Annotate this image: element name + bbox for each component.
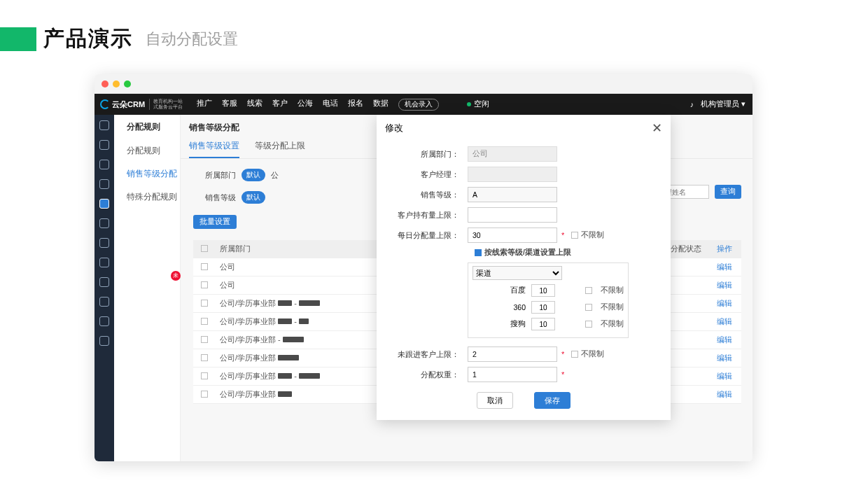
hold-label: 客户持有量上限： bbox=[377, 210, 468, 220]
status-label: 空闲 bbox=[474, 99, 489, 109]
cancel-button[interactable]: 取消 bbox=[477, 392, 513, 409]
level-label: 销售等级： bbox=[377, 190, 468, 200]
sidebar: 分配规则 分配规则 销售等级分配 特殊分配规则 bbox=[114, 115, 181, 461]
top-nav: 云朵CRM 教育机构一站式服务云平台 推广 客服 线索 客户 公海 电话 报名 … bbox=[94, 94, 752, 115]
nofollow-label: 未跟进客户上限： bbox=[377, 349, 468, 360]
required-icon: * bbox=[561, 370, 564, 379]
level-select[interactable]: A bbox=[468, 187, 557, 202]
save-button[interactable]: 保存 bbox=[534, 392, 570, 409]
brand-name: 云朵CRM bbox=[112, 99, 145, 110]
nav-item[interactable]: 客服 bbox=[222, 99, 237, 111]
channel-type-select[interactable]: 渠道 bbox=[472, 266, 562, 280]
nav-item[interactable]: 数据 bbox=[373, 99, 388, 111]
nav-items: 推广 客服 线索 客户 公海 电话 报名 数据 机会录入 bbox=[197, 99, 439, 111]
channel-name: 360 bbox=[472, 303, 526, 312]
daily-input[interactable] bbox=[468, 227, 557, 243]
nofollow-unlimited-label: 不限制 bbox=[581, 349, 604, 359]
minimize-icon[interactable] bbox=[113, 80, 120, 88]
weight-input[interactable] bbox=[468, 367, 557, 382]
brand-sub: 教育机构一站式服务云平台 bbox=[149, 99, 183, 109]
message-icon[interactable] bbox=[99, 336, 109, 346]
channel-box: 渠道 百度不限制 360不限制 搜狗不限制 bbox=[468, 262, 629, 338]
browser-chrome bbox=[94, 74, 752, 94]
channel-unlimited-checkbox[interactable] bbox=[585, 321, 592, 328]
daily-unlimited-label: 不限制 bbox=[581, 230, 604, 240]
content: 未 销售等级分配 销售等级设置 等级分配上限 所属部门 默认 公 销售等级 默认… bbox=[181, 115, 752, 461]
phone-icon[interactable] bbox=[99, 297, 109, 307]
browser-window: 云朵CRM 教育机构一站式服务云平台 推广 客服 线索 客户 公海 电话 报名 … bbox=[94, 74, 752, 461]
sidebar-head: 分配规则 bbox=[114, 115, 180, 139]
nofollow-unlimited-checkbox[interactable] bbox=[571, 351, 578, 358]
edit-modal: 修改 ✕ 所属部门： 客户经理： 销售等级：A 客户持有量上限： 每日分配量上限… bbox=[377, 115, 671, 420]
user-icon[interactable] bbox=[99, 179, 109, 189]
dept-input bbox=[468, 146, 557, 162]
accent-block bbox=[0, 27, 36, 51]
daily-label: 每日分配量上限： bbox=[377, 230, 468, 241]
slide-subtitle: 自动分配设置 bbox=[146, 29, 238, 50]
logo[interactable]: 云朵CRM 教育机构一站式服务云平台 bbox=[100, 99, 183, 109]
sidebar-item-special[interactable]: 特殊分配规则 bbox=[114, 186, 180, 209]
by-channel-checkbox[interactable] bbox=[475, 249, 482, 256]
logo-icon bbox=[100, 99, 110, 109]
modal-overlay: 修改 ✕ 所属部门： 客户经理： 销售等级：A 客户持有量上限： 每日分配量上限… bbox=[181, 115, 752, 461]
channel-unlimited-checkbox[interactable] bbox=[585, 304, 592, 311]
nav-item[interactable]: 报名 bbox=[348, 99, 363, 111]
tag-icon[interactable] bbox=[99, 316, 109, 326]
slide-title: 产品演示 bbox=[43, 24, 133, 53]
nav-item[interactable]: 电话 bbox=[323, 99, 338, 111]
channel-value-input[interactable] bbox=[531, 284, 555, 297]
settings-icon[interactable] bbox=[99, 199, 109, 209]
close-icon[interactable] bbox=[102, 80, 108, 88]
channel-value-input[interactable] bbox=[531, 301, 555, 314]
opportunity-entry-button[interactable]: 机会录入 bbox=[398, 99, 439, 111]
sidebar-item-rules[interactable]: 分配规则 bbox=[114, 139, 180, 162]
close-icon[interactable]: ✕ bbox=[652, 120, 662, 136]
dashboard-icon[interactable] bbox=[99, 120, 109, 130]
required-icon: * bbox=[561, 231, 564, 239]
dept-label: 所属部门： bbox=[377, 149, 468, 160]
channel-name: 搜狗 bbox=[472, 319, 526, 329]
shield-icon[interactable] bbox=[99, 140, 109, 150]
nav-item[interactable]: 线索 bbox=[247, 99, 262, 111]
user-menu[interactable]: 机构管理员 ▾ bbox=[701, 99, 746, 109]
channel-unlimited-checkbox[interactable] bbox=[585, 287, 592, 294]
doc-icon[interactable] bbox=[99, 277, 109, 287]
nav-item[interactable]: 公海 bbox=[298, 99, 313, 111]
manager-input bbox=[468, 167, 557, 182]
weight-label: 分配权重： bbox=[377, 370, 468, 380]
badge-icon: 未 bbox=[171, 271, 181, 281]
home-icon[interactable] bbox=[99, 218, 109, 228]
manager-label: 客户经理： bbox=[377, 169, 468, 180]
icon-rail bbox=[94, 115, 114, 461]
bell-icon[interactable]: ♪ bbox=[690, 100, 694, 108]
channel-value-input[interactable] bbox=[531, 318, 555, 330]
warning-icon[interactable] bbox=[99, 238, 109, 248]
required-icon: * bbox=[561, 350, 564, 358]
sidebar-item-level-alloc[interactable]: 销售等级分配 bbox=[114, 162, 180, 186]
by-channel-label: 按线索等级/渠道设置上限 bbox=[484, 248, 571, 258]
person-icon[interactable] bbox=[99, 258, 109, 267]
maximize-icon[interactable] bbox=[124, 80, 131, 88]
modal-title: 修改 bbox=[385, 122, 403, 134]
channel-name: 百度 bbox=[472, 286, 526, 295]
nofollow-input[interactable] bbox=[468, 346, 557, 362]
hold-input[interactable] bbox=[468, 207, 557, 223]
status-dot-icon bbox=[467, 102, 471, 106]
nav-item[interactable]: 推广 bbox=[197, 99, 212, 111]
stats-icon[interactable] bbox=[99, 160, 109, 169]
daily-unlimited-checkbox[interactable] bbox=[571, 232, 578, 239]
nav-item[interactable]: 客户 bbox=[272, 99, 288, 111]
